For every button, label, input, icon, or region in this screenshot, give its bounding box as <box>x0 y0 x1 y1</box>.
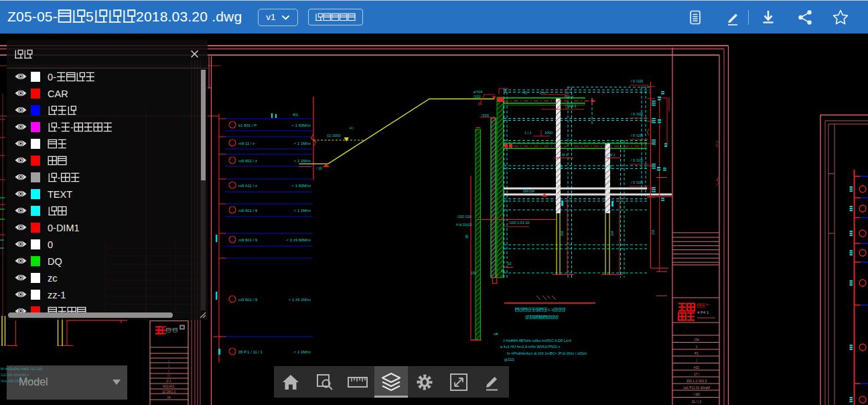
svg-text:(1a: (1a <box>695 338 699 341</box>
svg-text:*: * <box>171 328 173 333</box>
svg-text:(1) 1000: (1) 1000 <box>327 133 341 137</box>
svg-text:1 M 1: 1 M 1 <box>607 153 616 157</box>
svg-text:< 1 1M/m: < 1 1M/m <box>294 159 311 163</box>
svg-text:\ \00: \ \00 <box>693 393 700 396</box>
svg-text:|: | <box>168 364 169 367</box>
svg-text:< 1 z9 1M/m: < 1 z9 1M/m <box>289 298 311 302</box>
svg-text:/100 1.01 10: /100 1.01 10 <box>509 221 530 225</box>
svg-text:< 1 1M/m: < 1 1M/m <box>294 350 311 354</box>
svg-text:g(111): g(111) <box>504 357 514 361</box>
svg-text:m9 601 / 9: m9 601 / 9 <box>238 209 258 213</box>
svg-text:10 1M\1 0: 10 1M\1 0 <box>162 390 176 394</box>
svg-text:2018.03.20 .dwg: 2018.03.20 .dwg <box>136 9 242 24</box>
svg-text:**: ** <box>706 303 710 308</box>
svg-text:/ 0 /100: / 0 /100 <box>631 158 643 162</box>
svg-text:|: | <box>168 359 169 363</box>
svg-text:P1: P1 <box>695 352 699 355</box>
svg-text:CAR: CAR <box>48 89 68 99</box>
svg-text:1 M 1: 1 M 1 <box>559 153 568 157</box>
svg-text:8 1a: 8 1a <box>715 141 719 147</box>
svg-text:/ 0 /100: / 0 /100 <box>631 180 643 184</box>
svg-text:1p: 1p <box>503 88 507 92</box>
svg-text:a 4u1 HU hm1 A mNz WVKd P: a 4u1 HU hm1 A mNz WVKd PNGt z <box>500 345 561 349</box>
svg-text:m9 11 / z: m9 11 / z <box>238 141 255 146</box>
svg-text:1M: 1M <box>560 164 563 169</box>
svg-text:10: 10 <box>508 262 512 266</box>
svg-text:/ 10: / 10 <box>316 166 322 170</box>
svg-text:1 m: 1 m <box>540 91 547 95</box>
svg-text:m9 601 / 9: m9 601 / 9 <box>238 298 258 302</box>
svg-text:0: 0 <box>48 239 53 250</box>
svg-text:< 1 60M/m: < 1 60M/m <box>291 123 311 127</box>
svg-text:a^0/4: a^0/4 <box>474 90 482 94</box>
svg-text:|: | <box>696 359 697 362</box>
svg-text:05 P.1 / 11 / 1: 05 P.1 / 11 / 1 <box>238 350 263 354</box>
svg-text:m9 601 / z: m9 601 / z <box>238 159 257 163</box>
svg-text:1 Hc#M4 4BTcthr.rollko ImPDC A: 1 Hc#M4 4BTcthr.rollko ImPDC A DP Lm4 <box>503 339 571 343</box>
svg-text:b1 801 / P: b1 801 / P <box>238 123 257 127</box>
svg-text:zz-1: zz-1 <box>48 290 66 300</box>
svg-text:-: - <box>70 122 74 133</box>
svg-text:1-1: 1-1 <box>548 307 554 312</box>
svg-text:M11/A01: M11/A01 <box>163 385 175 388</box>
svg-text:< 1 60M/m: < 1 60M/m <box>291 184 311 188</box>
svg-text:-: - <box>58 172 61 183</box>
svg-text:-: - <box>58 122 61 133</box>
svg-text:1a1 P11 01 d0zqM: 1a1 P11 01 d0zqM <box>683 386 710 390</box>
svg-text:n#: n# <box>494 332 498 336</box>
svg-text:< 1 z9 60M/m: < 1 z9 60M/m <box>286 238 311 242</box>
svg-text:TEXT: TEXT <box>48 189 72 200</box>
svg-text:100 1 /1 001 0: 100 1 /1 001 0 <box>686 380 707 383</box>
svg-text:h01: h01 <box>694 366 699 369</box>
svg-text:1M: 1M <box>610 231 614 236</box>
svg-text:5: 5 <box>86 9 94 24</box>
svg-text:/100: /100 <box>474 95 481 99</box>
svg-text:1M: 1M <box>651 230 655 235</box>
svg-text:1a: 1a <box>167 396 171 399</box>
svg-text:zc: zc <box>48 273 58 284</box>
svg-text:DQ: DQ <box>48 256 62 267</box>
svg-text:m9 601 / 9: m9 601 / 9 <box>238 238 258 242</box>
svg-text:/ 0 /100: / 0 /100 <box>631 133 643 137</box>
svg-text:hr hPhdihkrthcz dt z00 1mBC: hr hPhdihkrthcz dt z00 1mBC< (P.dt 00zz … <box>507 351 587 355</box>
svg-text:/100: /100 <box>482 113 489 117</box>
svg-text:1M: 1M <box>465 234 469 239</box>
svg-text:1 | 1: 1 | 1 <box>524 131 532 135</box>
svg-text:1M: 1M <box>560 231 564 236</box>
svg-text:1: 1 <box>696 345 698 349</box>
svg-text:/100 /100: /100 /100 <box>457 215 472 219</box>
svg-text:|: | <box>168 369 169 373</box>
svg-text:< 1 1M/m: < 1 1M/m <box>294 141 311 146</box>
svg-text:01 / | 0: 01 / | 0 <box>692 400 702 404</box>
svg-text:| |: | | <box>167 374 170 378</box>
svg-text:4|1: 4|1 <box>293 113 299 117</box>
svg-text:17 /: 17 / <box>694 373 700 376</box>
svg-text:/ 0 /100: / 0 /100 <box>631 112 643 116</box>
svg-text:0M/1M: 0M/1M <box>523 189 534 193</box>
svg-text:4 |: 4 | <box>350 126 354 130</box>
svg-text:1M: 1M <box>609 164 612 169</box>
svg-text:1000: 1000 <box>545 131 553 135</box>
svg-text:4 P4 1: 4 P4 1 <box>697 310 709 314</box>
svg-text:/ 0 /100: / 0 /100 <box>631 79 643 83</box>
svg-text:1/ 1: 1/ 1 <box>166 380 171 383</box>
svg-text:< 1 1M/m: < 1 1M/m <box>294 209 311 213</box>
svg-text:4 td 10r|10: 4 td 10r|10 <box>456 223 472 227</box>
svg-text:m9 A11 / z: m9 A11 / z <box>238 184 257 188</box>
svg-text:100: 100 <box>471 272 476 275</box>
svg-text:^0/4.1: ^0/4.1 <box>567 104 577 108</box>
svg-text:0-DIM1: 0-DIM1 <box>48 223 80 233</box>
svg-text:/ 0): / 0) <box>522 91 527 95</box>
svg-text:0-: 0- <box>48 72 56 82</box>
svg-text:50: 50 <box>501 270 505 273</box>
svg-text:Z05-05-: Z05-05- <box>7 9 58 24</box>
